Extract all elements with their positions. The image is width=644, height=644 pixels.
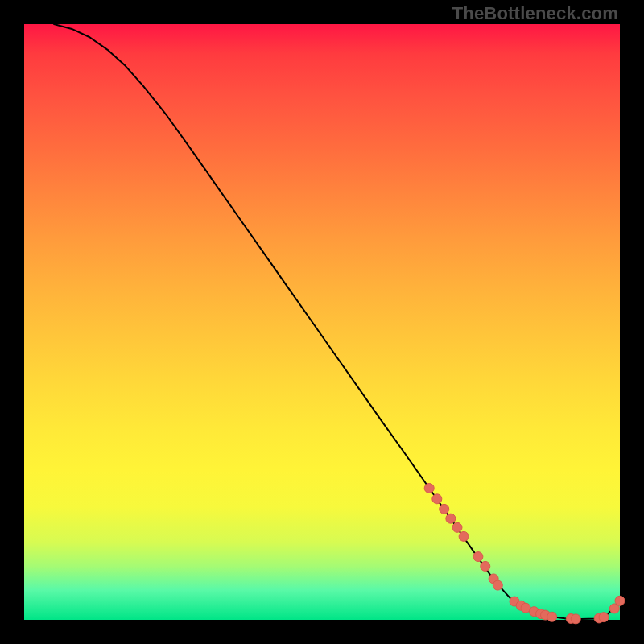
- marker-point: [547, 612, 557, 621]
- chart-stage: TheBottleneck.com: [0, 0, 644, 644]
- series-markers: [424, 483, 625, 623]
- marker-point: [473, 552, 483, 562]
- marker-point: [481, 561, 490, 571]
- plot-area: [24, 24, 620, 620]
- watermark-text: TheBottleneck.com: [452, 3, 618, 24]
- series-curve: [54, 24, 620, 619]
- marker-point: [459, 531, 469, 541]
- marker-point: [599, 613, 609, 622]
- marker-point: [571, 614, 580, 624]
- marker-point: [615, 596, 625, 605]
- marker-point: [432, 494, 442, 504]
- marker-point: [452, 522, 462, 532]
- marker-point: [493, 580, 502, 590]
- marker-point: [440, 504, 449, 514]
- chart-svg: [24, 24, 620, 620]
- marker-point: [446, 514, 456, 523]
- marker-point: [424, 483, 434, 493]
